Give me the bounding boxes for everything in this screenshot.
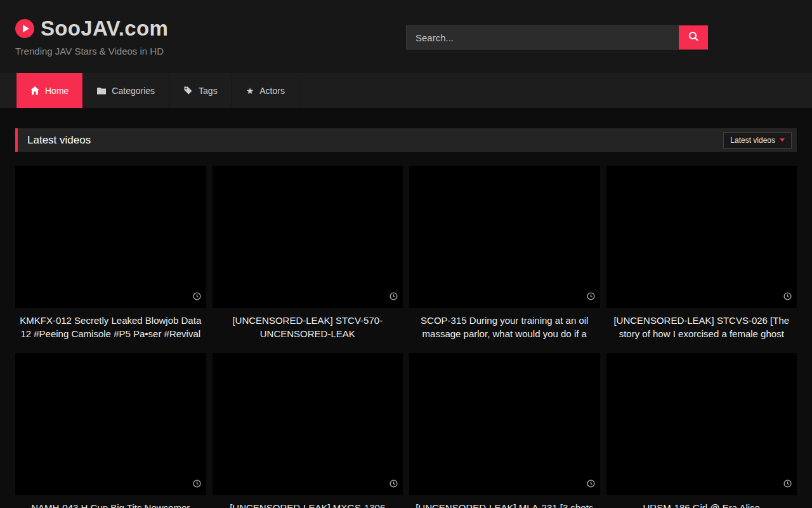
site-logo[interactable]: SooJAV.com bbox=[15, 17, 168, 41]
sort-dropdown-label: Latest videos bbox=[730, 136, 775, 145]
clock-icon bbox=[587, 479, 595, 490]
video-card: [UNCENSORED-LEAK] MLA-231 [3 shots in bbox=[409, 353, 600, 508]
nav-item-tags[interactable]: Tags bbox=[169, 73, 232, 108]
video-title[interactable]: [UNCENSORED-LEAK] MXGS-1306 Absolutely bbox=[213, 501, 403, 508]
section-title: Latest videos bbox=[27, 134, 91, 147]
nav-item-categories[interactable]: Categories bbox=[83, 73, 169, 108]
section-header: Latest videos Latest videos bbox=[15, 128, 797, 152]
clock-icon bbox=[783, 291, 792, 303]
search-icon bbox=[688, 31, 699, 44]
video-grid: KMKFX-012 Secretly Leaked Blowjob Data 1… bbox=[15, 166, 797, 508]
clock-icon bbox=[587, 291, 595, 303]
video-thumbnail[interactable] bbox=[606, 353, 797, 495]
clock-icon bbox=[193, 291, 201, 303]
home-icon bbox=[30, 86, 39, 95]
nav-item-label: Tags bbox=[199, 86, 218, 96]
nav-item-actors[interactable]: ★ Actors bbox=[232, 73, 299, 108]
search-bar bbox=[406, 25, 708, 50]
video-thumbnail[interactable] bbox=[213, 166, 403, 308]
video-thumbnail[interactable] bbox=[409, 166, 600, 308]
video-card: [UNCENSORED-LEAK] MXGS-1306 Absolutely bbox=[213, 353, 403, 508]
video-thumbnail[interactable] bbox=[409, 353, 600, 495]
video-thumbnail[interactable] bbox=[606, 166, 797, 308]
star-icon: ★ bbox=[246, 86, 254, 95]
video-card: SCOP-315 During your training at an oil … bbox=[409, 166, 600, 340]
clock-icon bbox=[390, 479, 398, 490]
video-thumbnail[interactable] bbox=[15, 353, 206, 495]
nav-item-label: Actors bbox=[259, 86, 285, 96]
clock-icon bbox=[783, 479, 792, 490]
folder-icon bbox=[97, 86, 106, 95]
video-card: URSM-186 Girl @ Era Alice bbox=[606, 353, 797, 508]
clock-icon bbox=[193, 479, 201, 490]
nav-item-home[interactable]: Home bbox=[16, 73, 83, 108]
site-tagline: Trending JAV Stars & Videos in HD bbox=[15, 46, 164, 57]
video-thumbnail[interactable] bbox=[213, 353, 403, 495]
caret-down-icon bbox=[780, 138, 785, 142]
video-card: [UNCENSORED-LEAK] STCV-570-UNCENSORED-LE… bbox=[213, 166, 403, 340]
search-button[interactable] bbox=[679, 25, 708, 50]
video-title[interactable]: URSM-186 Girl @ Era Alice bbox=[606, 501, 797, 508]
video-card: KMKFX-012 Secretly Leaked Blowjob Data 1… bbox=[15, 166, 206, 340]
nav-item-label: Home bbox=[45, 86, 69, 96]
video-card: NAMH-043 H Cup Big Tits Newcomer (170cm … bbox=[15, 353, 206, 508]
video-title[interactable]: KMKFX-012 Secretly Leaked Blowjob Data 1… bbox=[15, 314, 206, 340]
video-title[interactable]: [UNCENSORED-LEAK] STCV-570-UNCENSORED-LE… bbox=[213, 314, 403, 340]
tag-icon bbox=[183, 86, 193, 95]
video-title[interactable]: SCOP-315 During your training at an oil … bbox=[409, 314, 600, 340]
video-thumbnail[interactable] bbox=[15, 166, 206, 308]
site-title: SooJAV.com bbox=[41, 17, 168, 41]
play-logo-icon bbox=[15, 19, 34, 38]
video-card: [UNCENSORED-LEAK] STCVS-026 [The story o… bbox=[606, 166, 797, 340]
sort-dropdown-button[interactable]: Latest videos bbox=[723, 132, 792, 149]
site-header: SooJAV.com Trending JAV Stars & Videos i… bbox=[0, 0, 812, 73]
clock-icon bbox=[390, 291, 398, 303]
video-title[interactable]: [UNCENSORED-LEAK] MLA-231 [3 shots in bbox=[409, 501, 600, 508]
search-input[interactable] bbox=[406, 25, 679, 50]
main-nav: Home Categories Tags ★ Actors bbox=[0, 73, 812, 108]
nav-item-label: Categories bbox=[112, 86, 155, 96]
video-title[interactable]: [UNCENSORED-LEAK] STCVS-026 [The story o… bbox=[606, 314, 797, 340]
video-title[interactable]: NAMH-043 H Cup Big Tits Newcomer (170cm … bbox=[15, 501, 206, 508]
